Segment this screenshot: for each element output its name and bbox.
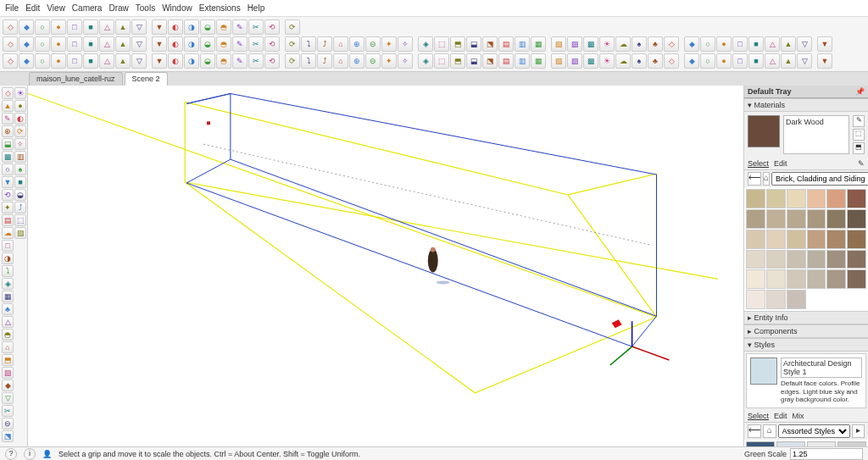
toolbar3-btn-0[interactable]: ◇ xyxy=(3,53,18,69)
entity-info-header[interactable]: ▸ Entity Info xyxy=(744,311,868,324)
zoom-tool[interactable]: ♣ xyxy=(2,303,14,315)
toolbar2-btn-31[interactable]: ▥ xyxy=(515,36,530,52)
text-tool[interactable]: ◑ xyxy=(2,252,14,264)
info-button[interactable]: i xyxy=(24,448,36,460)
toolbar3-btn-19[interactable]: ⤴ xyxy=(317,53,332,69)
scene-tab-2[interactable]: Scene 2 xyxy=(125,72,168,86)
left-tool-32[interactable]: ✧ xyxy=(14,138,26,150)
styles-select-tab[interactable]: Select xyxy=(748,412,769,420)
materials-edit-icon[interactable]: ✎ xyxy=(858,159,865,168)
toolbar3-btn-39[interactable]: ♣ xyxy=(648,53,663,69)
menu-draw[interactable]: Draw xyxy=(108,3,128,13)
move-tool[interactable]: ⟲ xyxy=(2,189,14,201)
materials-back-button[interactable]: ⟵ xyxy=(748,172,761,186)
toolbar2-btn-7[interactable]: ▲ xyxy=(115,36,131,52)
toolbar1-btn-5[interactable]: ■ xyxy=(83,19,98,35)
toolbar3-btn-30[interactable]: ▤ xyxy=(498,53,514,69)
toolbar3-btn-48[interactable]: ▽ xyxy=(797,53,812,69)
toolbar3-btn-15[interactable]: ✂ xyxy=(248,53,264,69)
toolbar2-btn-32[interactable]: ▦ xyxy=(531,36,546,52)
toolbar2-btn-0[interactable]: ◇ xyxy=(3,36,18,52)
toolbar2-btn-21[interactable]: ⊕ xyxy=(349,36,364,52)
toolbar2-btn-46[interactable]: △ xyxy=(765,36,780,52)
toolbar2-btn-16[interactable]: ⟲ xyxy=(264,36,280,52)
toolbar1-btn-7[interactable]: ▲ xyxy=(115,19,131,35)
material-swatch-25[interactable] xyxy=(766,269,786,289)
material-swatch-20[interactable] xyxy=(787,250,806,269)
menu-extensions[interactable]: Extensions xyxy=(199,3,241,13)
section-tool[interactable]: ◓ xyxy=(2,329,14,341)
scale-tool[interactable]: ▤ xyxy=(2,214,14,226)
material-category-select[interactable]: Brick, Cladding and Siding xyxy=(771,172,868,186)
pushpull-tool[interactable]: ○ xyxy=(2,163,14,175)
styles-back-button[interactable]: ⟵ xyxy=(748,424,761,438)
toolbar3-btn-13[interactable]: ◓ xyxy=(216,53,231,69)
material-swatch-15[interactable] xyxy=(807,230,826,249)
tape-tool[interactable]: ☁ xyxy=(2,227,14,239)
toolbar1-btn-2[interactable]: ○ xyxy=(35,19,50,35)
toolbar2-btn-36[interactable]: ☀ xyxy=(599,36,615,52)
material-swatch-23[interactable] xyxy=(847,250,866,269)
toolbar1-btn-13[interactable]: ◓ xyxy=(216,19,231,35)
model-canvas[interactable] xyxy=(28,86,743,456)
toolbar1-btn-10[interactable]: ◐ xyxy=(168,19,183,35)
toolbar3-btn-16[interactable]: ⟲ xyxy=(264,53,280,69)
material-swatch-1[interactable] xyxy=(766,189,786,208)
toolbar3-btn-18[interactable]: ⤵ xyxy=(301,53,316,69)
offset-tool[interactable]: ▼ xyxy=(2,176,14,188)
toolbar2-btn-30[interactable]: ▤ xyxy=(498,36,514,52)
menu-camera[interactable]: Camera xyxy=(72,3,103,13)
camera-tool[interactable]: ⬔ xyxy=(2,430,14,442)
material-swatch-8[interactable] xyxy=(787,209,806,229)
toolbar3-btn-22[interactable]: ⊖ xyxy=(365,53,381,69)
toolbar1-btn-1[interactable]: ◆ xyxy=(19,19,34,35)
toolbar3-btn-5[interactable]: ■ xyxy=(83,53,98,69)
material-swatch-28[interactable] xyxy=(826,269,846,289)
toolbar3-btn-12[interactable]: ◒ xyxy=(200,53,215,69)
toolbar1-btn-6[interactable]: △ xyxy=(99,19,114,35)
menu-window[interactable]: Window xyxy=(162,3,192,13)
tray-pin-icon[interactable]: 📌 xyxy=(855,87,865,96)
toolbar2-btn-19[interactable]: ⤴ xyxy=(317,36,332,52)
styles-edit-tab[interactable]: Edit xyxy=(774,412,787,420)
toolbar2-btn-4[interactable]: □ xyxy=(67,36,82,52)
left-tool-38[interactable]: ⬚ xyxy=(14,214,26,226)
toolbar2-btn-11[interactable]: ◑ xyxy=(184,36,199,52)
toolbar2-btn-2[interactable]: ○ xyxy=(35,36,50,52)
menu-tools[interactable]: Tools xyxy=(136,3,155,13)
toolbar3-btn-14[interactable]: ✎ xyxy=(232,53,248,69)
toolbar1-btn-9[interactable]: ▼ xyxy=(152,19,167,35)
toolbar3-btn-49[interactable]: ▼ xyxy=(817,53,832,69)
pan-tool[interactable]: ▦ xyxy=(2,291,14,302)
material-swatch-5[interactable] xyxy=(847,189,866,208)
toolbar2-btn-34[interactable]: ▨ xyxy=(567,36,582,52)
toolbar2-btn-45[interactable]: ■ xyxy=(748,36,764,52)
toolbar1-btn-3[interactable]: ● xyxy=(51,19,66,35)
left-tool-35[interactable]: ■ xyxy=(14,176,26,188)
toolbar3-btn-38[interactable]: ♠ xyxy=(632,53,647,69)
materials-select-tab[interactable]: Select xyxy=(748,159,769,168)
toolbar3-btn-3[interactable]: ● xyxy=(51,53,66,69)
toolbar2-btn-14[interactable]: ✎ xyxy=(232,36,248,52)
toolbar3-btn-33[interactable]: ▧ xyxy=(551,53,566,69)
material-swatch-16[interactable] xyxy=(826,230,846,249)
paint-tool[interactable]: ⤵ xyxy=(2,265,14,277)
material-swatch-10[interactable] xyxy=(826,209,846,229)
toolbar2-btn-23[interactable]: ✦ xyxy=(381,36,397,52)
toolbar3-btn-32[interactable]: ▦ xyxy=(531,53,546,69)
toolbar1-btn-4[interactable]: □ xyxy=(67,19,82,35)
material-swatch-0[interactable] xyxy=(746,189,765,208)
material-swatch-9[interactable] xyxy=(807,209,826,229)
toolbar2-btn-39[interactable]: ♣ xyxy=(648,36,663,52)
material-swatch-27[interactable] xyxy=(807,269,826,289)
material-swatch-3[interactable] xyxy=(807,189,826,208)
toolbar1-btn-17[interactable]: ⟳ xyxy=(285,19,300,35)
menu-help[interactable]: Help xyxy=(248,3,265,13)
left-tool-34[interactable]: ♠ xyxy=(14,163,26,175)
toolbar3-btn-45[interactable]: ■ xyxy=(748,53,764,69)
toolbar2-btn-35[interactable]: ▩ xyxy=(583,36,598,52)
toolbar3-btn-29[interactable]: ⬔ xyxy=(482,53,498,69)
line-tool[interactable]: ✎ xyxy=(2,113,14,125)
material-swatch-13[interactable] xyxy=(766,230,786,249)
left-tool-39[interactable]: ▧ xyxy=(14,227,26,239)
